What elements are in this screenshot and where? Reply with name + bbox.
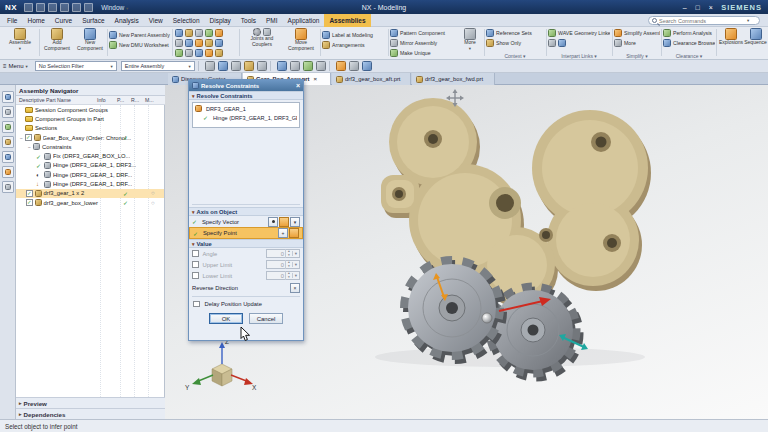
tab-file[interactable]: File <box>2 14 22 27</box>
render-style-icon[interactable] <box>362 61 372 71</box>
point-dialog-button[interactable]: + <box>278 228 288 238</box>
dependencies-section-header[interactable]: ▸ Dependencies <box>16 408 165 419</box>
view-tool-icon[interactable] <box>290 61 300 71</box>
upper-limit-input[interactable]: 0 ▴▾ ▾ <box>266 260 300 269</box>
tab-display[interactable]: Display <box>205 14 236 27</box>
simplify-more-button[interactable]: More <box>614 38 660 48</box>
search-input[interactable] <box>659 18 745 24</box>
tree-row-constraints[interactable]: − Constraints <box>16 142 164 151</box>
snap-point-icon[interactable] <box>257 61 267 71</box>
add-component-button[interactable]: Add Component <box>41 27 73 58</box>
tab-assemblies[interactable]: Assemblies <box>324 14 370 27</box>
explosions-button[interactable]: Explosions <box>718 27 744 58</box>
selection-scope-dropdown[interactable]: Entire Assembly▾ <box>121 61 195 71</box>
mirror-assembly-button[interactable]: Mirror Assembly <box>390 38 456 48</box>
perform-analysis-button[interactable]: Perform Analysis <box>663 28 715 38</box>
view-tool-icon[interactable] <box>316 61 326 71</box>
view-tool-icon[interactable] <box>277 61 287 71</box>
point-handle-ball[interactable] <box>482 313 492 323</box>
assembly-constraint-icon[interactable] <box>185 29 193 37</box>
close-tab-icon[interactable]: × <box>313 76 317 82</box>
inferred-point-button[interactable] <box>289 228 299 238</box>
delay-position-update-option[interactable]: Delay Position Update <box>189 299 303 309</box>
tree-row-session-component-groups[interactable]: Session Component Groups <box>16 105 164 114</box>
tree-row-hinge-constraint-1[interactable]: ✓ Hinge (DRF3_GEAR_1, DRF3... <box>16 161 164 170</box>
make-unique-button[interactable]: Make Unique <box>390 48 456 58</box>
side-tab-history-icon[interactable] <box>2 166 14 178</box>
tab-curve[interactable]: Curve <box>50 14 77 27</box>
side-tab-reuse-library-icon[interactable] <box>2 136 14 148</box>
tab-pmi[interactable]: PMI <box>261 14 283 27</box>
assembly-constraint-icon[interactable] <box>215 49 223 57</box>
assembly-constraint-icon[interactable] <box>185 39 193 47</box>
tab-tools[interactable]: Tools <box>236 14 261 27</box>
new-component-button[interactable]: New Component <box>74 27 106 58</box>
close-button[interactable]: × <box>704 2 717 13</box>
selection-filter-dropdown[interactable]: No Selection Filter▾ <box>35 61 117 71</box>
tab-selection[interactable]: Selection <box>168 14 205 27</box>
tab-surface[interactable]: Surface <box>77 14 109 27</box>
tab-view[interactable]: View <box>144 14 168 27</box>
clearance-group-caption[interactable]: Clearance ▾ <box>663 53 715 59</box>
assembly-constraint-icon[interactable] <box>195 39 203 47</box>
assembly-constraint-icon[interactable] <box>175 49 183 57</box>
menu-button[interactable]: ≡Menu▾ <box>0 61 31 72</box>
tab-analysis[interactable]: Analysis <box>110 14 144 27</box>
constraint-list[interactable]: DRF3_GEAR_1 ✓ Hinge (DRF3_GEAR_1, DRF3_G… <box>192 102 300 128</box>
column-position[interactable]: P... <box>117 97 131 103</box>
chevron-down-icon[interactable]: ▾ <box>292 273 299 278</box>
more-button[interactable]: More ▾ <box>458 27 482 58</box>
snap-point-icon[interactable] <box>231 61 241 71</box>
gear-left[interactable] <box>406 262 501 358</box>
vector-options-dropdown[interactable]: ▾ <box>290 217 300 227</box>
tab-application[interactable]: Application <box>283 14 325 27</box>
show-only-button[interactable]: Show Only <box>486 38 544 48</box>
maximize-button[interactable]: □ <box>691 2 704 13</box>
specify-vector-row[interactable]: ✓ Specify Vector ▾ <box>189 216 303 227</box>
collapse-icon[interactable]: − <box>18 135 25 141</box>
axis-on-object-section-header[interactable]: ▾ Axis on Object <box>189 207 303 216</box>
clearance-browser-button[interactable]: Clearance Browser <box>663 38 715 48</box>
tree-row-component-groups-in-part[interactable]: Component Groups in Part <box>16 114 164 123</box>
tab-gear-box-fwd[interactable]: drf3_gear_box_fwd.prt <box>412 73 495 85</box>
tree-row-gear-box-assy[interactable]: − ✓ Gear_Box_Assy (Order: Chronol... ✓ <box>16 133 164 142</box>
assembly-constraint-icon[interactable] <box>195 49 203 57</box>
angle-input[interactable]: 0 ▴▾ ▾ <box>266 249 300 258</box>
dialog-title-bar[interactable]: Resolve Constraints × <box>189 80 303 91</box>
view-tool-icon[interactable] <box>303 61 313 71</box>
chevron-down-icon[interactable]: ▾ <box>292 262 299 267</box>
new-file-icon[interactable] <box>24 3 33 12</box>
tree-row-hinge-constraint-3[interactable]: ↓ Hinge (DRF3_GEAR_1, DRF... <box>16 179 164 188</box>
ok-button[interactable]: OK <box>209 313 243 324</box>
simplify-assembly-button[interactable]: Simplify Assembly <box>614 28 660 38</box>
new-parent-assembly-button[interactable]: New Parent Assembly <box>109 30 171 40</box>
undo-icon[interactable] <box>60 3 69 12</box>
move-component-button[interactable]: Move Component <box>284 27 318 58</box>
chevron-down-icon[interactable]: ▾ <box>292 251 299 256</box>
vector-dialog-button[interactable] <box>268 217 278 227</box>
lower-limit-checkbox[interactable] <box>192 272 199 279</box>
render-style-icon[interactable] <box>336 61 346 71</box>
side-tab-constraint-navigator-icon[interactable] <box>2 106 14 118</box>
new-dmu-worksheet-button[interactable]: New DMU Worksheet <box>109 40 171 50</box>
save-icon[interactable] <box>48 3 57 12</box>
reference-sets-button[interactable]: Reference Sets <box>486 28 544 38</box>
assembly-constraint-icon[interactable] <box>215 29 223 37</box>
side-tab-assembly-navigator-icon[interactable] <box>2 91 14 103</box>
cancel-button[interactable]: Cancel <box>249 313 283 324</box>
tree-row-sections[interactable]: Sections <box>16 124 164 133</box>
minimize-button[interactable]: – <box>678 2 691 13</box>
render-style-icon[interactable] <box>349 61 359 71</box>
tree-row-hinge-constraint-2[interactable]: ◐ Hinge (DRF3_GEAR_1, DRF... <box>16 170 164 179</box>
delay-checkbox[interactable] <box>193 301 200 308</box>
snap-point-icon[interactable] <box>205 61 215 71</box>
open-icon[interactable] <box>36 3 45 12</box>
constraint-list-row-gear[interactable]: DRF3_GEAR_1 <box>195 104 297 113</box>
checkbox[interactable]: ✓ <box>26 190 33 197</box>
specify-point-row[interactable]: ✓ Specify Point + <box>189 227 303 239</box>
pattern-component-button[interactable]: Pattern Component <box>390 28 456 38</box>
spinner[interactable]: ▴▾ <box>285 249 292 258</box>
preview-section-header[interactable]: ▸ Preview <box>16 397 165 408</box>
upper-limit-checkbox[interactable] <box>192 261 199 268</box>
tab-gear-box-aft[interactable]: drf3_gear_box_aft.prt <box>332 73 411 85</box>
